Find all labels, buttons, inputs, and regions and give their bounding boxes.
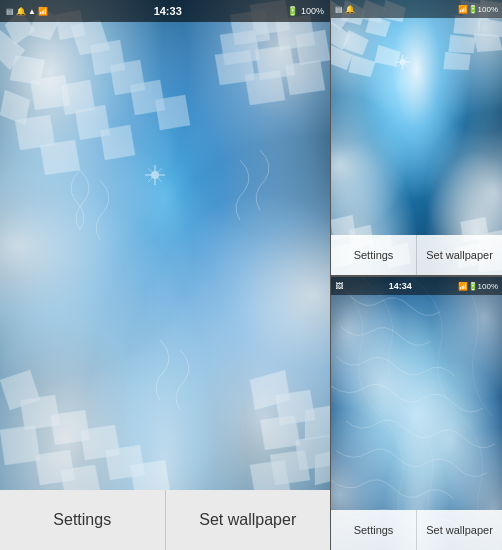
left-signal-icon: 📶 [38,7,48,16]
left-time-display: 14:33 [154,5,182,17]
left-settings-button[interactable]: Settings [0,490,166,550]
left-wifi-icon: ▲ [28,7,36,16]
svg-marker-33 [250,460,290,490]
svg-marker-63 [474,33,503,52]
right-top-preview: ▤ 🔔 📶🔋100% Settings Set wallpaper [331,0,502,275]
right-bottom-preview: 🖼 14:34 📶🔋100% Settings Set wallpaper [331,275,502,550]
right-panel: ▤ 🔔 📶🔋100% Settings Set wallpaper [330,0,502,550]
svg-marker-57 [375,45,401,67]
svg-marker-56 [349,55,376,77]
svg-marker-62 [449,35,476,53]
left-set-wallpaper-button[interactable]: Set wallpaper [166,490,331,550]
right-bottom-time: 14:34 [389,281,412,291]
svg-marker-64 [444,52,471,70]
svg-marker-42 [215,50,255,85]
right-bottom-set-wallpaper-button[interactable]: Set wallpaper [417,510,502,550]
svg-marker-40 [285,60,325,95]
right-top-set-wallpaper-button[interactable]: Set wallpaper [417,235,502,275]
svg-marker-15 [100,125,135,160]
left-status-left-icons: ▤ 🔔 ▲ 📶 [6,7,48,16]
left-ice-crystals-svg [0,0,330,490]
right-bottom-settings-button[interactable]: Settings [331,510,417,550]
right-bottom-status-bar: 🖼 14:34 📶🔋100% [331,277,502,295]
svg-marker-14 [40,140,80,175]
left-alarm-icon: 🔔 [16,7,26,16]
svg-marker-37 [295,30,330,65]
left-wallpaper-background [0,0,330,490]
svg-marker-20 [0,425,40,465]
svg-marker-29 [260,415,300,450]
svg-marker-16 [155,95,190,130]
svg-marker-28 [305,405,330,440]
left-battery-icon: 🔋 100% [287,6,324,16]
left-bottom-bar: Settings Set wallpaper [0,490,330,550]
right-top-ice-svg [331,0,502,275]
svg-marker-25 [130,460,170,490]
right-bottom-bottom-bar: Settings Set wallpaper [331,510,502,550]
right-bottom-left-icons: 🖼 [335,282,343,291]
left-notification-icon: ▤ [6,7,14,16]
svg-marker-32 [315,450,330,485]
left-status-bar: ▤ 🔔 ▲ 📶 14:33 🔋 100% [0,0,330,22]
right-top-bottom-bar: Settings Set wallpaper [331,235,502,275]
right-top-settings-button[interactable]: Settings [331,235,417,275]
left-wallpaper-area [0,0,330,490]
left-status-right-icons: 🔋 100% [287,6,324,16]
left-phone-panel: ▤ 🔔 ▲ 📶 14:33 🔋 100% [0,0,330,550]
right-bottom-right-icons: 📶🔋100% [458,282,498,291]
right-top-left-icons: ▤ 🔔 [335,5,355,14]
right-top-right-icons: 📶🔋100% [458,5,498,14]
right-top-status-bar: ▤ 🔔 📶🔋100% [331,0,502,18]
